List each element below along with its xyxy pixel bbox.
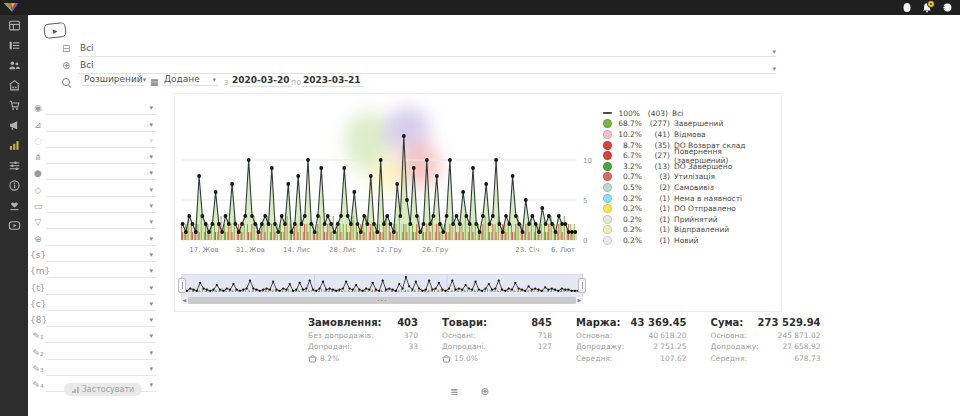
filter-select[interactable]: ▾ bbox=[46, 317, 156, 327]
legend-count: (1) bbox=[646, 215, 670, 224]
avatar-icon[interactable] bbox=[901, 2, 912, 13]
filter-row-2[interactable]: ⊿▾ bbox=[30, 115, 156, 131]
legend-item[interactable]: 0.5%(2)Самовивіз bbox=[603, 182, 775, 193]
filter-row-5[interactable]: ●▾ bbox=[30, 164, 156, 180]
sidebar-item-orders[interactable] bbox=[0, 35, 28, 55]
legend-percent: 68.7% bbox=[616, 119, 642, 128]
scroll-left-icon[interactable]: ◀ bbox=[181, 297, 188, 304]
filter-row-1[interactable]: ◉▾ bbox=[30, 99, 156, 115]
search-mode-select[interactable]: Розширений▾ bbox=[82, 74, 144, 86]
stat-sub-value: 27 658.92 bbox=[782, 342, 820, 351]
stat-sub-value: 107.62 bbox=[660, 354, 686, 363]
filter-row-16[interactable]: ✎₂▾ bbox=[30, 343, 156, 359]
filter-select[interactable]: ▾ bbox=[46, 350, 156, 360]
filter-row-12[interactable]: {t}▾ bbox=[30, 278, 156, 294]
assistant-icon[interactable] bbox=[941, 2, 952, 13]
scroll-right-icon[interactable]: ▶ bbox=[576, 297, 583, 304]
filter-select[interactable]: ▾ bbox=[46, 252, 156, 262]
filter-row-15[interactable]: ✎₁▾ bbox=[30, 327, 156, 343]
sidebar-item-dashboard[interactable] bbox=[0, 15, 28, 35]
products-filter-field[interactable]: ▾ bbox=[78, 59, 776, 74]
filter-select[interactable]: ▾ bbox=[46, 285, 156, 295]
video-tutorial-icon[interactable]: ▶ bbox=[43, 22, 66, 39]
filter-row-14[interactable]: {8}▾ bbox=[30, 311, 156, 327]
legend-percent: 8.7% bbox=[616, 141, 642, 150]
list-view-icon[interactable]: ≣ bbox=[450, 386, 458, 397]
filter-select[interactable]: ▾ bbox=[46, 154, 156, 164]
date-from-input[interactable]: 2020-03-20 bbox=[230, 75, 292, 87]
filter-select[interactable]: ▾ bbox=[46, 366, 156, 376]
filter-select[interactable]: ▾ bbox=[46, 187, 156, 197]
sidebar-item-tutorials[interactable] bbox=[0, 215, 28, 235]
filter-row-10[interactable]: {s}▾ bbox=[30, 246, 156, 262]
filter-select[interactable]: ▾ bbox=[46, 236, 156, 246]
navigator-left-handle-icon[interactable] bbox=[178, 278, 186, 293]
legend-item[interactable]: 6.7%(27)Повернення (завершений) bbox=[603, 150, 775, 161]
svg-text:31. Жов: 31. Жов bbox=[236, 246, 265, 254]
tags-filter-field[interactable]: ▾ bbox=[78, 42, 776, 57]
stat-sub-label: Допродажу: bbox=[576, 342, 624, 351]
filter-row-4[interactable]: ⋔▾ bbox=[30, 148, 156, 164]
sidebar-item-info[interactable] bbox=[0, 175, 28, 195]
filter-select[interactable]: ▾ bbox=[46, 219, 156, 229]
var-t-icon: {t} bbox=[30, 283, 46, 295]
legend-percent: 0.5% bbox=[616, 183, 642, 192]
notifications-bell-icon[interactable] bbox=[921, 2, 932, 13]
filter-select[interactable]: ▾ bbox=[46, 122, 156, 132]
navigator-right-handle-icon[interactable] bbox=[578, 278, 586, 293]
sidebar-item-clients[interactable] bbox=[0, 55, 28, 75]
sidebar-item-analytics[interactable] bbox=[0, 135, 28, 155]
filter-select[interactable]: ▾ bbox=[46, 105, 156, 115]
filter-select[interactable]: ▾ bbox=[46, 203, 156, 213]
legend-item[interactable]: 0.2%(1)Новий bbox=[603, 235, 775, 246]
legend-item[interactable]: 10.2%(41)Відмова bbox=[603, 129, 775, 140]
filter-row-3[interactable]: ○▾ bbox=[30, 132, 156, 148]
date-field-select[interactable]: Додане▾ bbox=[162, 74, 218, 86]
sidebar-item-purchases[interactable] bbox=[0, 95, 28, 115]
chevron-down-icon: ▾ bbox=[149, 350, 153, 357]
note-2-icon: ✎₂ bbox=[30, 348, 46, 360]
stat-sub-value: 370 bbox=[404, 331, 418, 340]
scrollbar-thumb[interactable]: ••• bbox=[188, 297, 576, 304]
sidebar-item-marketing[interactable] bbox=[0, 115, 28, 135]
date-to-input[interactable]: 2023-03-21 bbox=[301, 75, 363, 87]
chart-navigator[interactable] bbox=[181, 274, 583, 298]
legend-item[interactable]: 0.2%(1)DO Отправлено bbox=[603, 203, 775, 214]
stat-title: Сума: bbox=[711, 317, 744, 328]
legend-item[interactable]: 0.2%(1)Прийнятий bbox=[603, 214, 775, 225]
sidebar-item-partners[interactable] bbox=[0, 195, 28, 215]
chevron-down-icon[interactable]: ▾ bbox=[772, 66, 776, 73]
apply-filters-button[interactable]: Застосувати bbox=[64, 383, 142, 396]
filter-row-11[interactable]: {m}▾ bbox=[30, 262, 156, 278]
filter-row-6[interactable]: ◇▾ bbox=[30, 180, 156, 196]
chevron-down-icon: ▾ bbox=[149, 154, 153, 161]
package-view-icon[interactable]: ⊕ bbox=[480, 386, 488, 397]
filter-select[interactable]: ▾ bbox=[46, 333, 156, 343]
stat-sub-value: 33 bbox=[408, 342, 418, 351]
filter-row-9[interactable]: ⊕▾ bbox=[30, 229, 156, 245]
chevron-down-icon: ▾ bbox=[149, 285, 153, 292]
chevron-down-icon[interactable]: ▾ bbox=[772, 49, 776, 56]
note-1-icon: ✎₁ bbox=[30, 331, 46, 343]
filter-row-17[interactable]: ✎₃▾ bbox=[30, 360, 156, 376]
filter-select[interactable]: ▾ bbox=[46, 301, 156, 311]
sidebar-item-settings[interactable] bbox=[0, 155, 28, 175]
filter-select[interactable]: ▾ bbox=[46, 170, 156, 180]
legend-percent: 3.2% bbox=[616, 162, 642, 171]
filter-select[interactable]: ▾ bbox=[46, 268, 156, 278]
analytics-dashboard: ▶ ⊟ Всі ▾ ⊕ Всі ▾ Розширений▾ ▦ Додане▾ … bbox=[0, 0, 960, 416]
filter-row-8[interactable]: ▽▾ bbox=[30, 213, 156, 229]
app-logo-icon[interactable] bbox=[2, 1, 20, 14]
filter-row-7[interactable]: ▭▾ bbox=[30, 197, 156, 213]
stat-sub-label: Середня: bbox=[576, 354, 612, 363]
search-icon[interactable] bbox=[62, 78, 71, 87]
legend-item[interactable]: 0.7%(3)Утилізація bbox=[603, 172, 775, 183]
legend-item[interactable]: 100%(403)Всі bbox=[603, 108, 775, 119]
chart-scrollbar[interactable]: ◀ ••• ▶ bbox=[181, 297, 583, 304]
legend-item[interactable]: 0.2%(1)Нема в наявності bbox=[603, 193, 775, 204]
legend-item[interactable]: 0.2%(1)Відправлений bbox=[603, 225, 775, 236]
legend-item[interactable]: 68.7%(277)Завершений bbox=[603, 119, 775, 130]
filter-select[interactable]: ▾ bbox=[46, 138, 156, 148]
filter-row-13[interactable]: {c}▾ bbox=[30, 295, 156, 311]
sidebar-item-store[interactable] bbox=[0, 75, 28, 95]
